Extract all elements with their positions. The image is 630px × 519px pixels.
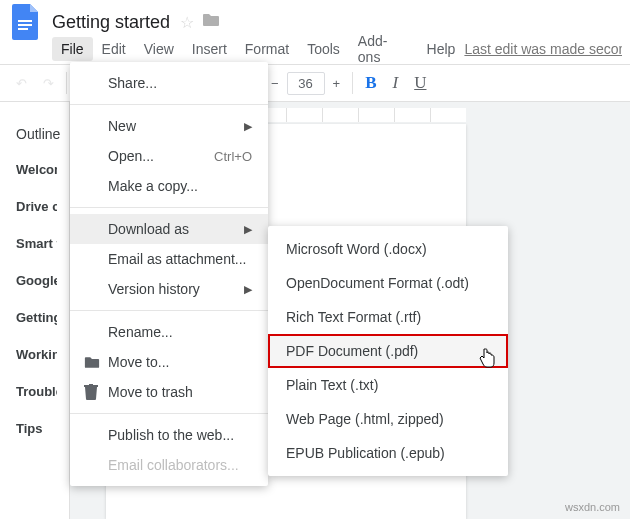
menu-label: Email as attachment... <box>108 251 252 267</box>
menu-label: Move to trash <box>108 384 252 400</box>
download-odt[interactable]: OpenDocument Format (.odt) <box>268 266 508 300</box>
menu-move-to-trash[interactable]: Move to trash <box>70 377 268 407</box>
menu-edit[interactable]: Edit <box>93 37 135 61</box>
menu-format[interactable]: Format <box>236 37 298 61</box>
undo-button[interactable]: ↶ <box>8 70 35 97</box>
menu-open[interactable]: Open... Ctrl+O <box>70 141 268 171</box>
svg-rect-1 <box>18 24 32 26</box>
chevron-right-icon: ▶ <box>244 283 252 296</box>
outline-item[interactable]: Drive ca <box>16 199 57 214</box>
menu-bar: File Edit View Insert Format Tools Add-o… <box>0 36 630 62</box>
download-rtf[interactable]: Rich Text Format (.rtf) <box>268 300 508 334</box>
outline-item[interactable]: Google <box>16 273 57 288</box>
menu-label: Open... <box>108 148 214 164</box>
last-edit-link[interactable]: Last edit was made secon <box>464 41 622 57</box>
menu-email-collaborators: Email collaborators... <box>70 450 268 480</box>
star-icon[interactable]: ☆ <box>180 13 194 32</box>
menu-move-to[interactable]: Move to... <box>70 347 268 377</box>
document-title[interactable]: Getting started <box>52 12 170 33</box>
menu-new[interactable]: New ▶ <box>70 111 268 141</box>
download-html[interactable]: Web Page (.html, zipped) <box>268 402 508 436</box>
download-epub[interactable]: EPUB Publication (.epub) <box>268 436 508 470</box>
chevron-right-icon: ▶ <box>244 120 252 133</box>
shortcut-text: Ctrl+O <box>214 149 252 164</box>
trash-icon <box>84 384 108 400</box>
download-as-submenu: Microsoft Word (.docx) OpenDocument Form… <box>268 226 508 476</box>
menu-rename[interactable]: Rename... <box>70 317 268 347</box>
outline-item[interactable]: Welcom <box>16 162 57 177</box>
menu-label: Rename... <box>108 324 252 340</box>
outline-item[interactable]: Getting <box>16 310 57 325</box>
separator <box>70 207 268 208</box>
bold-button[interactable]: B <box>357 69 384 97</box>
font-size-plus[interactable]: + <box>325 70 349 97</box>
menu-download-as[interactable]: Download as ▶ <box>70 214 268 244</box>
menu-label: Email collaborators... <box>108 457 252 473</box>
menu-publish-web[interactable]: Publish to the web... <box>70 420 268 450</box>
menu-version-history[interactable]: Version history ▶ <box>70 274 268 304</box>
italic-button[interactable]: I <box>385 69 407 97</box>
download-txt[interactable]: Plain Text (.txt) <box>268 368 508 402</box>
menu-make-copy[interactable]: Make a copy... <box>70 171 268 201</box>
menu-view[interactable]: View <box>135 37 183 61</box>
menu-tools[interactable]: Tools <box>298 37 349 61</box>
separator <box>352 72 353 94</box>
menu-email-attachment[interactable]: Email as attachment... <box>70 244 268 274</box>
outline-item[interactable]: Workin <box>16 347 57 362</box>
menu-label: Version history <box>108 281 238 297</box>
outline-item[interactable]: Smart fe <box>16 236 57 251</box>
title-bar: Getting started ☆ <box>0 0 630 36</box>
file-menu-dropdown: Share... New ▶ Open... Ctrl+O Make a cop… <box>70 62 268 486</box>
download-docx[interactable]: Microsoft Word (.docx) <box>268 232 508 266</box>
watermark-text: wsxdn.com <box>565 501 620 513</box>
separator <box>70 104 268 105</box>
outline-item[interactable]: Trouble <box>16 384 57 399</box>
menu-label: Download as <box>108 221 238 237</box>
download-pdf[interactable]: PDF Document (.pdf) <box>268 334 508 368</box>
folder-icon <box>84 356 108 369</box>
outline-title: Outline <box>16 126 57 142</box>
menu-label: Publish to the web... <box>108 427 252 443</box>
separator <box>70 413 268 414</box>
separator <box>66 72 67 94</box>
font-size-input[interactable]: 36 <box>287 72 325 95</box>
folder-icon[interactable] <box>202 13 220 31</box>
menu-label: Share... <box>108 75 252 91</box>
menu-label: Make a copy... <box>108 178 252 194</box>
svg-rect-2 <box>18 28 28 30</box>
outline-sidebar: Outline Welcom Drive ca Smart fe Google … <box>0 102 70 519</box>
menu-addons[interactable]: Add-ons <box>349 29 418 69</box>
svg-rect-0 <box>18 20 32 22</box>
menu-share[interactable]: Share... <box>70 68 268 98</box>
chevron-right-icon: ▶ <box>244 223 252 236</box>
menu-help[interactable]: Help <box>418 37 465 61</box>
redo-button[interactable]: ↷ <box>35 70 62 97</box>
separator <box>70 310 268 311</box>
menu-label: Move to... <box>108 354 252 370</box>
outline-item[interactable]: Tips <box>16 421 57 436</box>
docs-logo-icon[interactable] <box>8 4 44 40</box>
menu-insert[interactable]: Insert <box>183 37 236 61</box>
menu-file[interactable]: File <box>52 37 93 61</box>
menu-label: New <box>108 118 238 134</box>
underline-button[interactable]: U <box>406 69 434 97</box>
